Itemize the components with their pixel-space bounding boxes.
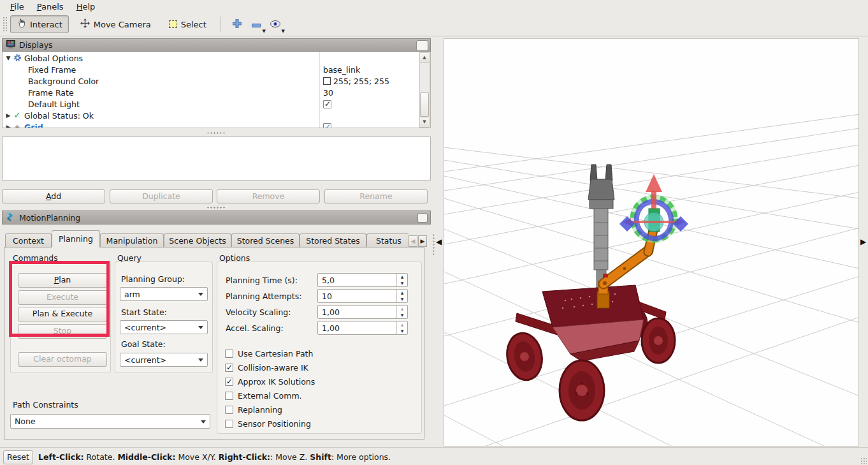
checkbox[interactable] (225, 378, 233, 386)
duplicate-display-button[interactable]: Duplicate (110, 189, 213, 203)
add-tool-button[interactable] (228, 15, 247, 33)
collision-aware-ik-option[interactable]: Collision-aware IK (225, 363, 308, 373)
add-display-button[interactable]: Add (2, 189, 105, 203)
move-camera-tool-label: Move Camera (94, 20, 151, 29)
tree-row-background-color[interactable]: Background Color 255; 255; 255 (3, 75, 430, 87)
checkbox[interactable] (225, 392, 233, 400)
scroll-up-icon[interactable]: ▲ (420, 53, 429, 63)
tab-scene-objects[interactable]: Scene Objects (164, 233, 231, 247)
scroll-down-icon[interactable]: ▼ (420, 117, 429, 127)
plan-and-execute-button[interactable]: Plan & Execute (18, 307, 107, 321)
planning-attempts-spinbox[interactable]: 10 ▲▼ (317, 289, 408, 303)
planning-attempts-label: Planning Attempts: (226, 292, 301, 301)
toolbar-drag-handle[interactable] (3, 17, 7, 32)
resize-grip[interactable] (860, 457, 867, 464)
tree-item-label: Background Color (28, 77, 99, 86)
rover-wheel (642, 318, 675, 363)
grid-enabled-checkbox[interactable] (323, 123, 331, 129)
path-constraints-select[interactable]: None (10, 414, 210, 429)
checkbox[interactable] (225, 350, 233, 358)
chevron-down-icon: ▼ (281, 29, 284, 34)
reset-button[interactable]: Reset (3, 450, 33, 464)
expander-closed-icon[interactable]: ▶ (4, 112, 12, 119)
collapse-left-arrow-icon[interactable]: ◀ (436, 238, 442, 246)
tab-scroll-left-icon[interactable]: ◀ (409, 235, 417, 247)
spinner-arrows-icon[interactable]: ▲▼ (396, 321, 407, 334)
frame-rate-value[interactable]: 30 (323, 88, 333, 98)
move-arrows-icon (80, 18, 90, 30)
move-camera-tool-button[interactable]: Move Camera (74, 15, 157, 33)
view-splitter-handle[interactable] (432, 233, 435, 255)
tree-row-global-options[interactable]: ▼ Global Options (3, 52, 430, 64)
select-tool-button[interactable]: Select (163, 17, 213, 33)
execute-button[interactable]: Execute (18, 290, 107, 305)
displays-scrollbar[interactable]: ▲ ▼ (419, 52, 430, 128)
expander-closed-icon[interactable]: ▶ (4, 124, 12, 128)
tab-scroll-right-icon[interactable]: ▶ (418, 235, 427, 247)
ground-grid (444, 114, 859, 447)
splitter-handle[interactable] (206, 206, 226, 209)
scrollbar-thumb[interactable] (420, 92, 429, 117)
tree-row-global-status[interactable]: ▶ Global Status: Ok (3, 110, 430, 121)
menu-file[interactable]: File (5, 1, 29, 12)
monitor-icon (6, 40, 15, 50)
remove-display-button[interactable]: Remove (217, 189, 320, 203)
spinner-arrows-icon[interactable]: ▲▼ (396, 306, 407, 318)
start-state-label: Start State: (121, 307, 167, 317)
accel-scaling-spinbox[interactable]: 1,00 ▲▼ (317, 321, 408, 335)
spinner-arrows-icon[interactable]: ▲▼ (396, 290, 407, 302)
mouse-help-text: Left-Click: Rotate. Middle-Click: Move X… (38, 452, 391, 462)
approx-ik-solutions-option[interactable]: Approx IK Solutions (225, 377, 315, 387)
3d-viewport[interactable] (444, 38, 859, 447)
goal-state-select[interactable]: <current> (120, 353, 208, 367)
tree-row-fixed-frame[interactable]: Fixed Frame base_link (3, 64, 430, 75)
expander-open-icon[interactable]: ▼ (4, 55, 12, 61)
rename-display-button[interactable]: Rename (324, 189, 428, 203)
tab-stored-states[interactable]: Stored States (300, 233, 366, 247)
displays-panel-float-button[interactable] (416, 40, 428, 51)
displays-panel-header[interactable]: Displays (2, 38, 431, 52)
plan-button[interactable]: Plan (18, 273, 107, 288)
motionplanning-panel-title: MotionPlanning (19, 213, 80, 223)
stop-button[interactable]: Stop (18, 324, 107, 339)
planning-time-spinbox[interactable]: 5,0 ▲▼ (317, 273, 408, 287)
remove-tool-button[interactable]: ▼ (247, 15, 266, 33)
motionplanning-panel-button[interactable] (417, 213, 428, 223)
tree-row-default-light[interactable]: Default Light (3, 98, 430, 110)
velocity-scaling-spinbox[interactable]: 1,00 ▲▼ (317, 305, 408, 319)
motionplanning-panel-header[interactable]: MotionPlanning (2, 210, 431, 225)
sensor-positioning-option[interactable]: Sensor Positioning (225, 419, 311, 429)
collapse-right-arrow-icon[interactable]: ▶ (860, 238, 866, 246)
tab-planning[interactable]: Planning (52, 230, 100, 247)
replanning-option[interactable]: Replanning (225, 405, 282, 415)
tab-stored-scenes[interactable]: Stored Scenes (231, 233, 300, 247)
background-color-value[interactable]: 255; 255; 255 (323, 77, 389, 86)
tab-status[interactable]: Status (366, 233, 409, 247)
planning-group-select[interactable]: arm (120, 287, 208, 301)
rover-body[interactable] (503, 285, 675, 420)
checkbox[interactable] (225, 406, 233, 414)
default-light-checkbox[interactable] (323, 100, 331, 108)
spinner-arrows-icon[interactable]: ▲▼ (396, 274, 407, 286)
interact-tool-button[interactable]: Interact (10, 15, 69, 33)
splitter-handle[interactable] (206, 131, 226, 135)
camera-view-button[interactable]: ▼ (266, 15, 285, 33)
tab-context[interactable]: Context (5, 233, 52, 247)
checkbox[interactable] (225, 364, 233, 372)
menu-panels[interactable]: Panels (32, 1, 69, 12)
display-description-box (2, 137, 431, 181)
external-comm-option[interactable]: External Comm. (225, 391, 302, 401)
menu-help[interactable]: Help (71, 1, 101, 12)
checkbox[interactable] (225, 420, 233, 428)
use-cartesian-path-option[interactable]: Use Cartesian Path (225, 349, 313, 358)
gear-icon (12, 54, 22, 63)
tab-manipulation[interactable]: Manipulation (100, 233, 164, 247)
planning-time-label: Planning Time (s): (226, 276, 298, 285)
tree-row-frame-rate[interactable]: Frame Rate 30 (3, 87, 430, 98)
select-tool-label: Select (181, 20, 206, 29)
start-state-select[interactable]: <current> (120, 320, 208, 334)
fixed-frame-value[interactable]: base_link (323, 65, 360, 75)
tree-row-grid[interactable]: ▶ Grid (3, 121, 430, 128)
clear-octomap-button[interactable]: Clear octomap (18, 352, 107, 367)
chevron-down-icon (198, 326, 203, 329)
